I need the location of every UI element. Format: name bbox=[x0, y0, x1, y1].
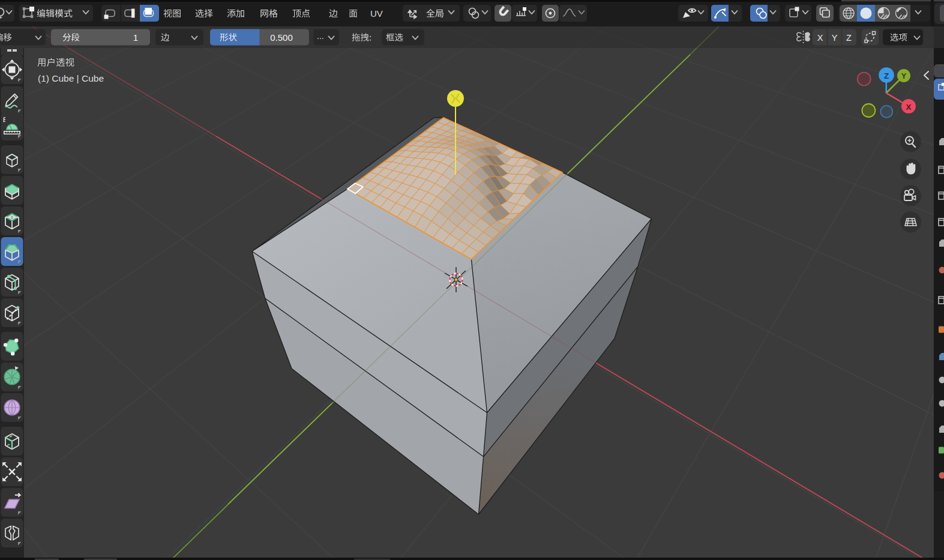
svg-text:Z: Z bbox=[846, 33, 852, 43]
svg-text:(1) Cube | Cube: (1) Cube | Cube bbox=[38, 73, 104, 83]
svg-text:Y: Y bbox=[901, 71, 907, 80]
svg-text:UV: UV bbox=[370, 8, 383, 19]
svg-text:1: 1 bbox=[133, 32, 138, 43]
svg-text:...: ... bbox=[317, 31, 324, 41]
svg-text:Y: Y bbox=[832, 33, 838, 43]
svg-text:0.500: 0.500 bbox=[270, 32, 293, 43]
svg-text:X: X bbox=[817, 33, 823, 43]
svg-text:X: X bbox=[906, 103, 911, 112]
svg-text:Z: Z bbox=[884, 71, 889, 80]
